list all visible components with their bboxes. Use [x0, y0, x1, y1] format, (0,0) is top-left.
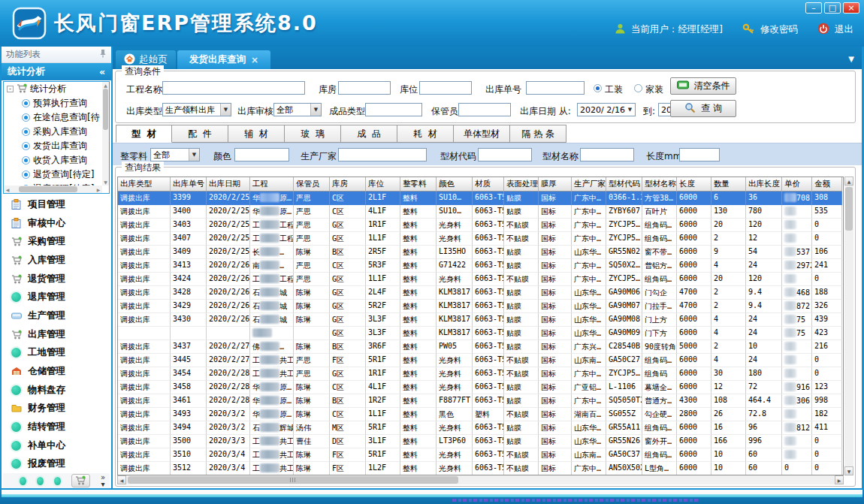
column-header[interactable]: 出库类型	[118, 177, 171, 192]
table-row[interactable]: 调拨出库35102020/3/4工共工程陈琳F区5R1F整料光身料6063-T5…	[118, 448, 843, 462]
material-tab-8[interactable]: 隔 热 条	[510, 125, 566, 143]
column-header[interactable]: 金额	[812, 177, 842, 192]
overflow-chevron[interactable]: »▾	[101, 474, 105, 487]
table-row[interactable]: 调拨出库34092020/2/25长…陈琳B区2R5F整料LI35HO6063-…	[118, 246, 843, 259]
tree-item[interactable]: 发货出库查询	[4, 139, 109, 153]
sidebar-module-退库管理[interactable]: 退库管理	[3, 288, 110, 306]
table-row[interactable]: 调拨出库34582020/2/28华原…陈琳C区4L1F整料光身料6063-T5…	[118, 381, 843, 394]
location-input[interactable]	[419, 81, 472, 95]
length-input[interactable]	[679, 148, 720, 161]
table-row[interactable]: 调拨出库34132020/2/26南…严思C区5R3F整料G714226063-…	[118, 259, 843, 273]
pin-icon[interactable]	[99, 49, 107, 60]
table-row[interactable]: 调拨出库34542020/2/28工共工程严思G区1R1F整料光身料6063-T…	[118, 367, 843, 381]
column-header[interactable]: 长度	[677, 177, 711, 192]
scroll-down-icon[interactable]: ▼	[102, 179, 109, 186]
profile-code-input[interactable]	[478, 148, 532, 161]
column-header[interactable]: 出库日期	[207, 177, 250, 192]
out-type-combo[interactable]: 生产领料出库▼	[162, 103, 231, 116]
sidebar-module-生产管理[interactable]: 生产管理	[3, 306, 110, 325]
hscroll-thumb[interactable]	[128, 476, 458, 484]
sidebar-module-项目管理[interactable]: 项目管理	[3, 195, 110, 214]
collapse-box-icon[interactable]: -	[7, 86, 14, 92]
material-tab-3[interactable]: 辅 材	[228, 125, 285, 143]
material-tab-4[interactable]: 玻 璃	[285, 125, 341, 143]
table-row[interactable]: 调拨出库34242020/2/26工工程严思G区1L1F整料光身料6063-T5…	[118, 273, 843, 286]
material-tab-5[interactable]: 成 品	[341, 125, 397, 143]
table-row[interactable]: 调拨出库34452020/2/27工共工程严思F区5R1F整料光身料6063-T…	[118, 354, 843, 367]
table-row[interactable]: 调拨出库34372020/2/27佛…陈琳B区3R6F整料PW056063-T5…	[118, 340, 843, 354]
material-tab-7[interactable]: 单体型材	[454, 125, 510, 143]
sidebar-module-工地管理[interactable]: 工地管理	[3, 343, 110, 362]
tree-hscroll-thumb[interactable]	[19, 186, 77, 192]
sidebar-module-物料盘存[interactable]: 物料盘存	[3, 381, 110, 400]
combo-arrow-icon[interactable]: ▼	[310, 104, 321, 116]
combo-arrow-icon[interactable]: ▼	[625, 104, 635, 116]
collapse-icon[interactable]: «	[99, 66, 105, 77]
sidebar-module-仓储管理[interactable]: 仓储管理	[3, 362, 110, 381]
scroll-up-icon[interactable]: ▲	[844, 177, 853, 186]
table-row[interactable]: 调拨出库33992020/2/25华原…严思C区2L1F整料SU10…6063-…	[118, 192, 843, 205]
sidebar-module-结转管理[interactable]: 结转管理	[3, 418, 110, 436]
audit-combo[interactable]: 全部▼	[273, 103, 322, 116]
tab-shipping-outbound-query[interactable]: 发货出库查询 ×	[177, 50, 270, 69]
tree-vertical-scrollbar[interactable]: ▲ ▼	[102, 82, 109, 186]
sidebar-module-财务管理[interactable]: 财务管理	[3, 399, 110, 418]
order-no-input[interactable]	[526, 81, 585, 95]
table-row[interactable]: 调拨出库34282020/2/26石城陈琳G区2L4F整料KLM38176063…	[118, 286, 843, 300]
profile-name-input[interactable]	[580, 148, 634, 161]
table-row[interactable]: 调拨出库34302020/2/26石城陈琳G区3L3F整料KLM38176063…	[118, 313, 843, 327]
combo-arrow-icon[interactable]: ▼	[220, 104, 231, 116]
table-row[interactable]: 调拨出库34072020/2/25工工程严思G区1L1F整料光身料6063-T5…	[118, 232, 843, 246]
sidebar-module-采购管理[interactable]: 采购管理	[3, 232, 110, 251]
scroll-right-icon[interactable]: ▶	[95, 187, 102, 192]
scroll-down-icon[interactable]: ▼	[844, 466, 853, 475]
nav-dot-icon[interactable]	[37, 477, 44, 485]
combo-arrow-icon[interactable]: ▼	[189, 149, 199, 161]
change-password-link[interactable]: 修改密码	[760, 23, 798, 36]
scroll-right-icon[interactable]: ▶	[835, 475, 844, 484]
table-row[interactable]: 调拨出库34932020/3/2华原…陈琳C区1L1F整料黑色塑料不贴膜国标湖南…	[118, 408, 843, 421]
column-header[interactable]: 库房	[330, 177, 366, 192]
scroll-left-icon[interactable]: ◀	[117, 475, 126, 484]
column-header[interactable]: 材质	[473, 177, 504, 192]
tab-list-caret-icon[interactable]: ▼	[848, 55, 854, 63]
material-tab-6[interactable]: 耗 材	[397, 125, 454, 143]
column-header[interactable]: 保管员	[294, 177, 330, 192]
color-input[interactable]	[234, 148, 289, 161]
table-horizontal-scrollbar[interactable]: ◀ ▶	[117, 475, 844, 484]
column-header[interactable]: 工程	[250, 177, 294, 192]
vscroll-thumb[interactable]	[845, 187, 853, 231]
column-header[interactable]: 表面处理	[504, 177, 539, 192]
keeper-input[interactable]	[458, 103, 511, 116]
whole-piece-combo[interactable]: 全部▼	[150, 148, 200, 161]
table-row[interactable]: 调拨出库34292020/2/26石城陈琳G区5R2F整料KLM38176063…	[118, 300, 843, 313]
minimize-button[interactable]: –	[805, 2, 822, 14]
sidebar-section-header[interactable]: 统计分析 «	[2, 63, 111, 80]
sidebar-module-出库管理[interactable]: 出库管理	[3, 325, 110, 344]
manufacturer-input[interactable]	[338, 148, 427, 161]
column-header[interactable]: 数量	[711, 177, 746, 192]
column-header[interactable]: 型材代码	[606, 177, 642, 192]
table-row[interactable]: 调拨出库34002020/2/25华原…严思C区4L1F整料SU10…6063-…	[118, 205, 843, 219]
sidebar-module-报废管理[interactable]: 报废管理	[3, 454, 110, 473]
tree-item[interactable]: 采购入库查询	[4, 125, 109, 139]
warehouse-input[interactable]	[338, 81, 391, 95]
close-button[interactable]: ×	[843, 2, 859, 14]
column-header[interactable]: 膜厚	[539, 177, 572, 192]
radio-jiazhuang[interactable]	[634, 84, 642, 92]
tree-item[interactable]: 在途信息查询[待	[4, 110, 109, 125]
tree-item[interactable]: 预算执行查询	[4, 96, 109, 110]
column-header[interactable]: 出库单号	[171, 177, 207, 192]
table-row[interactable]: 调拨出库34612020/2/28华原…陈琳B区1R2F整料F8877FT606…	[118, 394, 843, 408]
tree-horizontal-scrollbar[interactable]: ◀ ▶	[4, 186, 102, 193]
column-header[interactable]: 整零料	[400, 177, 437, 192]
table-row[interactable]: 调拨出库34032020/2/25工工程严思G区1R1F整料光身料6063-T5…	[118, 219, 843, 232]
column-header[interactable]: 单价	[782, 177, 812, 192]
material-tab-1[interactable]: 型 材	[116, 125, 172, 143]
tree-item[interactable]: 收货入库查询	[4, 153, 109, 167]
scroll-left-icon[interactable]: ◀	[4, 187, 11, 192]
maximize-button[interactable]: □	[824, 2, 841, 14]
tree-item[interactable]: 退货查询[待定]	[4, 167, 109, 182]
table-row[interactable]: 调拨出库35002020/3/3工共工程曹佳D区3L1F整料LT3P606063…	[118, 435, 843, 448]
sidebar-module-入库管理[interactable]: 入库管理	[3, 251, 110, 270]
